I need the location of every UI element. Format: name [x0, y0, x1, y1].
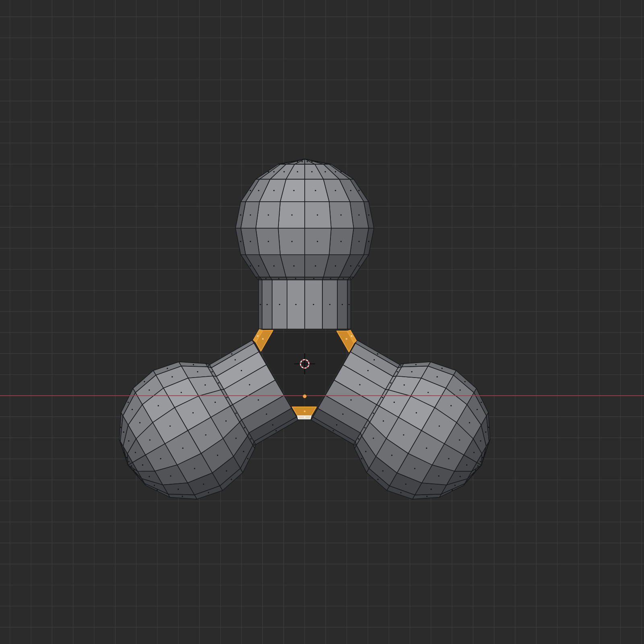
face-dot	[460, 390, 461, 391]
face-dot	[313, 278, 314, 279]
face-dot	[132, 409, 133, 410]
face-dot	[403, 434, 404, 436]
face-dot	[482, 457, 483, 458]
face-dot	[342, 304, 343, 305]
face-dot	[358, 241, 359, 242]
face-dot	[477, 409, 478, 410]
face-dot	[396, 371, 398, 372]
face-dot	[373, 438, 374, 439]
face-dot	[477, 465, 479, 466]
face-dot	[341, 171, 342, 172]
face-dot	[426, 448, 427, 449]
face-dot	[341, 215, 342, 216]
face-dot	[182, 448, 184, 449]
face-dot	[203, 483, 204, 485]
face-dot	[244, 427, 245, 428]
face-dot	[313, 304, 314, 305]
face-dot	[315, 265, 316, 266]
face-dot	[466, 464, 467, 466]
face-dot	[394, 402, 395, 403]
face-dot	[283, 171, 285, 172]
face-dot	[149, 390, 150, 391]
face-dot	[144, 381, 145, 382]
face-dot	[279, 304, 280, 305]
face-dot	[307, 161, 308, 162]
face-dot	[258, 278, 260, 279]
face-dot	[241, 370, 242, 371]
face-dot	[149, 476, 150, 477]
face-dot	[332, 430, 334, 431]
face-dot	[235, 413, 237, 414]
face-dot	[193, 364, 194, 365]
face-dot	[231, 353, 232, 355]
face-dot	[404, 384, 405, 386]
face-dot-selected	[351, 335, 353, 337]
face-dot	[368, 215, 369, 216]
face-dot	[368, 241, 369, 242]
face-dot	[383, 420, 384, 421]
face-dot	[128, 440, 129, 442]
face-dot	[317, 215, 318, 216]
face-dot	[218, 382, 219, 384]
face-dot	[268, 215, 269, 216]
face-dot	[240, 241, 241, 242]
face-dot	[358, 265, 359, 266]
face-dot	[343, 278, 344, 279]
face-dot	[405, 483, 407, 485]
face-dot	[317, 161, 318, 162]
face-dot	[335, 265, 336, 266]
face-dot	[250, 241, 251, 242]
face-dot	[350, 190, 351, 191]
face-dot	[442, 368, 443, 369]
face-dot	[160, 458, 161, 459]
face-dot	[335, 171, 336, 172]
object-origin-dot[interactable]	[303, 394, 306, 398]
blender-3d-viewport[interactable]	[0, 0, 644, 644]
face-dot	[377, 353, 378, 355]
face-dot	[427, 392, 429, 393]
face-dot	[450, 405, 452, 406]
viewport-scene[interactable]	[0, 0, 644, 644]
face-dot	[197, 371, 198, 372]
face-dot	[293, 190, 295, 191]
face-dot	[382, 470, 384, 471]
face-dot	[123, 452, 124, 453]
face-dot	[355, 444, 356, 446]
face-dot	[231, 479, 232, 480]
face-dot	[364, 427, 365, 428]
face-dot	[377, 479, 378, 480]
face-dot	[171, 376, 173, 378]
face-dot	[358, 438, 359, 440]
face-dot	[365, 451, 366, 452]
face-dot	[181, 392, 182, 393]
face-dot	[250, 438, 252, 440]
face-dot	[350, 265, 351, 266]
face-dot	[225, 420, 227, 421]
face-dot	[178, 489, 179, 490]
face-dot	[390, 382, 391, 384]
face-dot	[258, 265, 259, 266]
face-dot	[272, 424, 273, 425]
face-dot	[275, 430, 277, 431]
face-dot	[295, 304, 297, 305]
face-dot	[192, 412, 194, 413]
face-dot	[361, 458, 362, 459]
face-dot	[135, 452, 136, 453]
face-dot	[158, 405, 159, 406]
face-dot	[315, 161, 316, 162]
face-dot	[439, 425, 440, 427]
face-dot	[297, 171, 298, 172]
face-dot	[335, 190, 336, 191]
face-dot	[167, 368, 168, 369]
face-dot	[373, 413, 374, 414]
face-dot	[485, 431, 486, 433]
face-dot	[358, 215, 359, 216]
face-dot	[250, 265, 251, 266]
face-dot	[341, 241, 342, 242]
face-dot	[481, 402, 482, 403]
face-dot	[273, 190, 275, 191]
face-dot	[454, 485, 456, 486]
face-dot	[452, 489, 453, 491]
face-dot	[217, 455, 218, 456]
face-dot	[139, 422, 140, 423]
